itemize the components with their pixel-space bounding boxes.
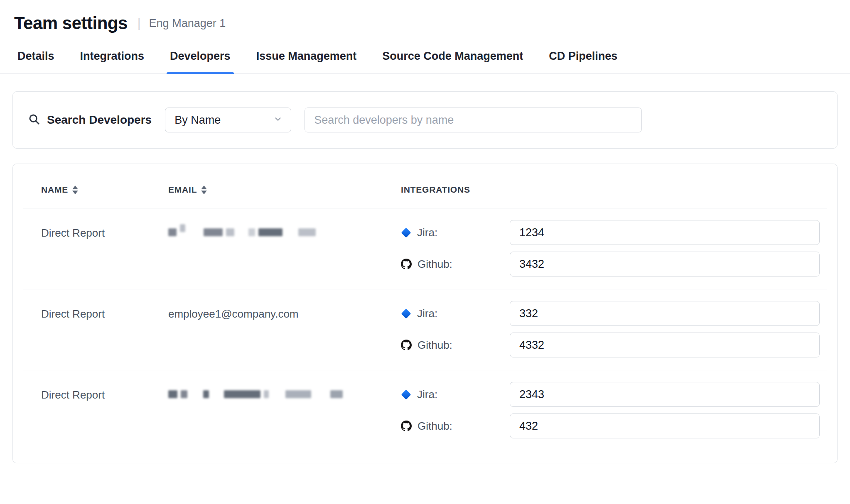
email-cell bbox=[168, 382, 401, 398]
github-label: Github: bbox=[418, 339, 452, 352]
search-label-wrap: Search Developers bbox=[28, 113, 152, 127]
sort-email-icon[interactable] bbox=[201, 186, 207, 194]
developer-name: Direct Report bbox=[41, 308, 105, 321]
email-cell: employee1@company.com bbox=[168, 301, 401, 321]
jira-field: Jira: bbox=[401, 301, 820, 326]
jira-label-wrap: Jira: bbox=[401, 226, 510, 239]
developers-table: NAME EMAIL INTEGRATIONS Direct Report bbox=[12, 164, 838, 463]
github-label: Github: bbox=[418, 258, 452, 271]
sort-name-icon[interactable] bbox=[72, 186, 78, 194]
tab-details[interactable]: Details bbox=[14, 44, 58, 73]
search-developers-label: Search Developers bbox=[47, 113, 152, 127]
developer-name: Direct Report bbox=[41, 227, 105, 240]
github-label: Github: bbox=[418, 420, 452, 433]
integrations-cell: Jira: Github: bbox=[401, 301, 827, 357]
integrations-cell: Jira: Github: bbox=[401, 220, 827, 276]
table-row: Direct Report employee1@company.com Jira… bbox=[23, 289, 827, 370]
github-field: Github: bbox=[401, 333, 820, 357]
search-filter-value: By Name bbox=[174, 114, 221, 127]
github-id-input[interactable] bbox=[510, 333, 820, 357]
title-separator: | bbox=[138, 16, 141, 30]
search-input[interactable] bbox=[305, 108, 642, 132]
search-panel: Search Developers By Name bbox=[12, 91, 838, 149]
github-icon bbox=[401, 259, 412, 269]
jira-label: Jira: bbox=[417, 226, 437, 239]
tab-integrations[interactable]: Integrations bbox=[77, 44, 148, 73]
github-label-wrap: Github: bbox=[401, 420, 510, 433]
integrations-header-label: INTEGRATIONS bbox=[401, 185, 470, 195]
jira-label: Jira: bbox=[417, 388, 437, 401]
name-cell: Direct Report bbox=[23, 220, 168, 240]
tab-developers[interactable]: Developers bbox=[167, 44, 234, 73]
jira-label-wrap: Jira: bbox=[401, 307, 510, 320]
developer-email: employee1@company.com bbox=[168, 308, 299, 321]
github-field: Github: bbox=[401, 413, 820, 438]
jira-label-wrap: Jira: bbox=[401, 388, 510, 401]
github-label-wrap: Github: bbox=[401, 339, 510, 352]
github-id-input[interactable] bbox=[510, 252, 820, 276]
github-id-input[interactable] bbox=[510, 413, 820, 438]
jira-id-input[interactable] bbox=[510, 382, 820, 407]
table-row: Direct Report Jira: Github: bbox=[23, 208, 827, 289]
tab-source-code-management[interactable]: Source Code Management bbox=[379, 44, 526, 73]
name-header-label: NAME bbox=[41, 185, 68, 195]
column-header-integrations: INTEGRATIONS bbox=[401, 185, 827, 195]
jira-icon bbox=[401, 389, 411, 399]
github-icon bbox=[401, 340, 412, 350]
search-icon bbox=[28, 113, 40, 127]
jira-icon bbox=[401, 308, 411, 318]
column-header-name: NAME bbox=[23, 185, 168, 195]
github-label-wrap: Github: bbox=[401, 258, 510, 271]
developer-name: Direct Report bbox=[41, 389, 105, 401]
page-title: Team settings bbox=[14, 13, 128, 33]
github-field: Github: bbox=[401, 252, 820, 276]
jira-field: Jira: bbox=[401, 382, 820, 407]
tab-issue-management[interactable]: Issue Management bbox=[253, 44, 360, 73]
jira-label: Jira: bbox=[417, 307, 437, 320]
github-icon bbox=[401, 421, 412, 431]
table-header-row: NAME EMAIL INTEGRATIONS bbox=[23, 164, 827, 208]
chevron-down-icon bbox=[273, 115, 283, 125]
jira-icon bbox=[401, 228, 411, 237]
table-row: Direct Report Jira: Github: bbox=[23, 370, 827, 451]
tab-cd-pipelines[interactable]: CD Pipelines bbox=[545, 44, 621, 73]
jira-field: Jira: bbox=[401, 220, 820, 245]
page-subtitle: Eng Manager 1 bbox=[149, 17, 226, 30]
redacted-email bbox=[168, 390, 401, 398]
redacted-email bbox=[168, 228, 401, 236]
jira-id-input[interactable] bbox=[510, 301, 820, 326]
email-cell bbox=[168, 220, 401, 236]
name-cell: Direct Report bbox=[23, 382, 168, 401]
search-filter-select[interactable]: By Name bbox=[165, 108, 291, 132]
tab-bar: Details Integrations Developers Issue Ma… bbox=[0, 44, 850, 74]
column-header-email: EMAIL bbox=[168, 185, 401, 195]
email-header-label: EMAIL bbox=[168, 185, 197, 195]
page-header: Team settings | Eng Manager 1 bbox=[0, 0, 850, 44]
jira-id-input[interactable] bbox=[510, 220, 820, 245]
name-cell: Direct Report bbox=[23, 301, 168, 321]
integrations-cell: Jira: Github: bbox=[401, 382, 827, 438]
